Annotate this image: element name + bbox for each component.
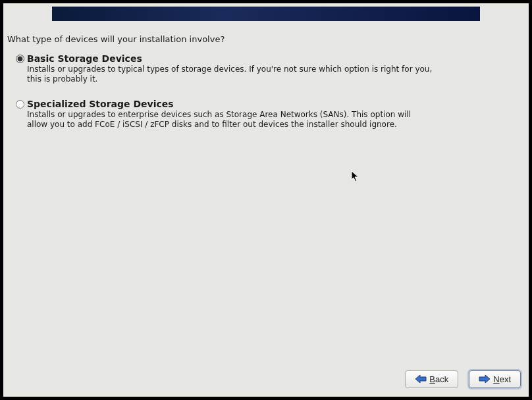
radio-wrap bbox=[13, 53, 27, 63]
installer-window: What type of devices will your installat… bbox=[3, 3, 529, 397]
storage-options-group: Basic Storage Devices Installs or upgrad… bbox=[7, 53, 525, 130]
radio-basic-storage[interactable] bbox=[16, 55, 24, 63]
arrow-left-icon bbox=[415, 374, 427, 384]
back-label: Back bbox=[429, 374, 448, 384]
option-specialized-storage[interactable]: Specialized Storage Devices Installs or … bbox=[13, 99, 525, 130]
footer-bar: Back Next bbox=[3, 365, 529, 397]
back-button[interactable]: Back bbox=[405, 370, 458, 388]
option-text: Specialized Storage Devices Installs or … bbox=[27, 99, 525, 130]
radio-specialized-storage[interactable] bbox=[16, 100, 24, 109]
option-text: Basic Storage Devices Installs or upgrad… bbox=[27, 53, 525, 84]
content-area: What type of devices will your installat… bbox=[3, 21, 529, 365]
header-banner bbox=[52, 7, 480, 21]
prompt-text: What type of devices will your installat… bbox=[7, 34, 525, 44]
option-basic-title: Basic Storage Devices bbox=[27, 53, 433, 64]
next-label: Next bbox=[493, 374, 511, 384]
option-basic-storage[interactable]: Basic Storage Devices Installs or upgrad… bbox=[13, 53, 525, 84]
radio-wrap bbox=[13, 99, 27, 109]
option-basic-desc: Installs or upgrades to typical types of… bbox=[27, 64, 433, 84]
option-specialized-title: Specialized Storage Devices bbox=[27, 99, 433, 109]
arrow-right-icon bbox=[479, 374, 491, 384]
option-specialized-desc: Installs or upgrades to enterprise devic… bbox=[27, 110, 433, 130]
next-button[interactable]: Next bbox=[469, 370, 521, 388]
